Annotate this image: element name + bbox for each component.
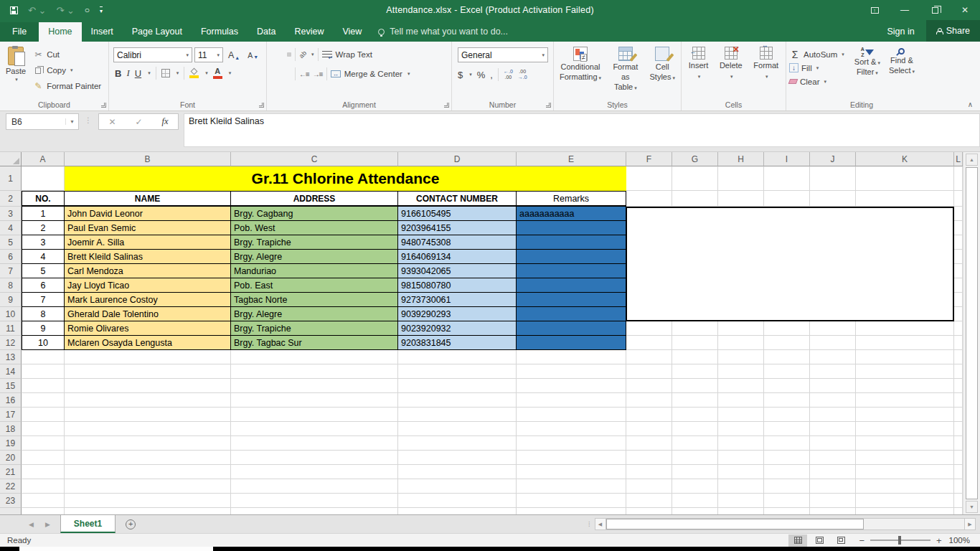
copy-button[interactable]: Copy ▾: [30, 62, 104, 78]
cell-B21[interactable]: [65, 465, 231, 479]
tab-review[interactable]: Review: [285, 22, 333, 42]
format-cells-button[interactable]: ↔ Format▾: [749, 44, 783, 83]
alignment-dialog-launcher-icon[interactable]: [444, 103, 449, 108]
cell-B11[interactable]: Romie Olivares: [65, 321, 231, 336]
cell-F2[interactable]: [626, 191, 672, 207]
cell-E20[interactable]: [517, 451, 626, 465]
close-button[interactable]: ✕: [950, 0, 980, 20]
cell-L8[interactable]: [954, 278, 963, 293]
cell-C11[interactable]: Brgy. Trapiche: [231, 321, 398, 336]
cell-B18[interactable]: [65, 422, 231, 436]
autosum-button[interactable]: Σ AutoSum▾: [788, 47, 846, 61]
bottom-align-icon[interactable]: [287, 52, 291, 57]
row-header-16[interactable]: 16: [0, 393, 22, 408]
cell-C7[interactable]: Manduriao: [231, 264, 398, 278]
cell-L9[interactable]: [954, 293, 963, 307]
cell-K2[interactable]: [856, 191, 954, 207]
cell-C12[interactable]: Brgy. Tagbac Sur: [231, 336, 398, 350]
cell-D5[interactable]: 9480745308: [398, 235, 517, 250]
cell-H16[interactable]: [718, 393, 764, 408]
accounting-format-button[interactable]: $: [458, 70, 463, 80]
cell-I21[interactable]: [764, 465, 810, 479]
cell-L14[interactable]: [954, 364, 963, 379]
cell-C9[interactable]: Tagbac Norte: [231, 293, 398, 307]
cell-A21[interactable]: [22, 465, 65, 479]
tab-formulas[interactable]: Formulas: [192, 22, 248, 42]
number-dialog-launcher-icon[interactable]: [546, 103, 551, 108]
cell-H2[interactable]: [718, 191, 764, 207]
cell-G18[interactable]: [672, 422, 718, 436]
row-header-18[interactable]: 18: [0, 422, 22, 436]
tab-view[interactable]: View: [333, 22, 371, 42]
cell-I1[interactable]: [764, 166, 810, 191]
sheet-tab-sheet1[interactable]: Sheet1: [60, 515, 116, 533]
paste-button[interactable]: Paste ▾: [1, 44, 30, 85]
cell-C22[interactable]: [231, 479, 398, 494]
clipboard-dialog-launcher-icon[interactable]: [101, 103, 106, 108]
cell-L23[interactable]: [954, 494, 963, 508]
row-header-21[interactable]: 21: [0, 465, 22, 479]
cell-A12[interactable]: 10: [22, 336, 65, 350]
cell-G11[interactable]: [672, 321, 718, 336]
cell-B7[interactable]: Carl Mendoza: [65, 264, 231, 278]
cell-I23[interactable]: [764, 494, 810, 508]
cell-J13[interactable]: [810, 350, 856, 364]
cell-L13[interactable]: [954, 350, 963, 364]
cell-J11[interactable]: [810, 321, 856, 336]
cell-F1[interactable]: [626, 166, 672, 191]
cell-B6[interactable]: Brett Kleild Salinas: [65, 250, 231, 264]
cell-B22[interactable]: [65, 479, 231, 494]
scroll-down-icon[interactable]: ▼: [966, 501, 978, 513]
cell-D4[interactable]: 9203964155: [398, 221, 517, 235]
cell-E16[interactable]: [517, 393, 626, 408]
cell-J2[interactable]: [810, 191, 856, 207]
cell-A10[interactable]: 8: [22, 307, 65, 321]
cell-B23[interactable]: [65, 494, 231, 508]
cell-D6[interactable]: 9164069134: [398, 250, 517, 264]
header-cell-D2[interactable]: CONTACT NUMBER: [398, 191, 517, 207]
increase-indent-icon[interactable]: →≡: [313, 70, 323, 78]
col-header-B[interactable]: B: [65, 152, 231, 166]
tab-insert[interactable]: Insert: [82, 22, 123, 42]
cell-K21[interactable]: [856, 465, 954, 479]
cell-L1[interactable]: [954, 166, 963, 191]
col-header-J[interactable]: J: [810, 152, 856, 166]
cell-C10[interactable]: Brgy. Alegre: [231, 307, 398, 321]
name-box-dropdown-icon[interactable]: ▾: [65, 118, 78, 125]
wrap-text-button[interactable]: Wrap Text: [336, 50, 372, 59]
cell-A6[interactable]: 4: [22, 250, 65, 264]
cell-D15[interactable]: [398, 379, 517, 393]
row-header-11[interactable]: 11: [0, 321, 22, 336]
cell-E18[interactable]: [517, 422, 626, 436]
minimize-button[interactable]: —: [890, 0, 920, 20]
cell-I19[interactable]: [764, 436, 810, 451]
header-cell-E2[interactable]: Remarks: [517, 191, 626, 207]
cell-C16[interactable]: [231, 393, 398, 408]
cell-I17[interactable]: [764, 408, 810, 422]
cell-J23[interactable]: [810, 494, 856, 508]
cell-J20[interactable]: [810, 451, 856, 465]
cell-A24[interactable]: [22, 508, 65, 514]
row-header-8[interactable]: 8: [0, 278, 22, 293]
cell-C21[interactable]: [231, 465, 398, 479]
row-header-17[interactable]: 17: [0, 408, 22, 422]
col-header-D[interactable]: D: [398, 152, 517, 166]
cell-L21[interactable]: [954, 465, 963, 479]
cell-G19[interactable]: [672, 436, 718, 451]
cell-C24[interactable]: [231, 508, 398, 514]
row-header-24[interactable]: [0, 508, 22, 514]
cell-H14[interactable]: [718, 364, 764, 379]
cell-A9[interactable]: 7: [22, 293, 65, 307]
cell-F19[interactable]: [626, 436, 672, 451]
cell-G17[interactable]: [672, 408, 718, 422]
page-layout-view-button[interactable]: [810, 534, 829, 547]
cell-B16[interactable]: [65, 393, 231, 408]
cell-G1[interactable]: [672, 166, 718, 191]
cell-I20[interactable]: [764, 451, 810, 465]
cell-E13[interactable]: [517, 350, 626, 364]
name-box[interactable]: B6 ▾: [6, 113, 79, 130]
percent-style-button[interactable]: %: [477, 70, 486, 80]
cell-A22[interactable]: [22, 479, 65, 494]
tell-me-box[interactable]: Tell me what you want to do...: [371, 27, 515, 42]
cell-L19[interactable]: [954, 436, 963, 451]
